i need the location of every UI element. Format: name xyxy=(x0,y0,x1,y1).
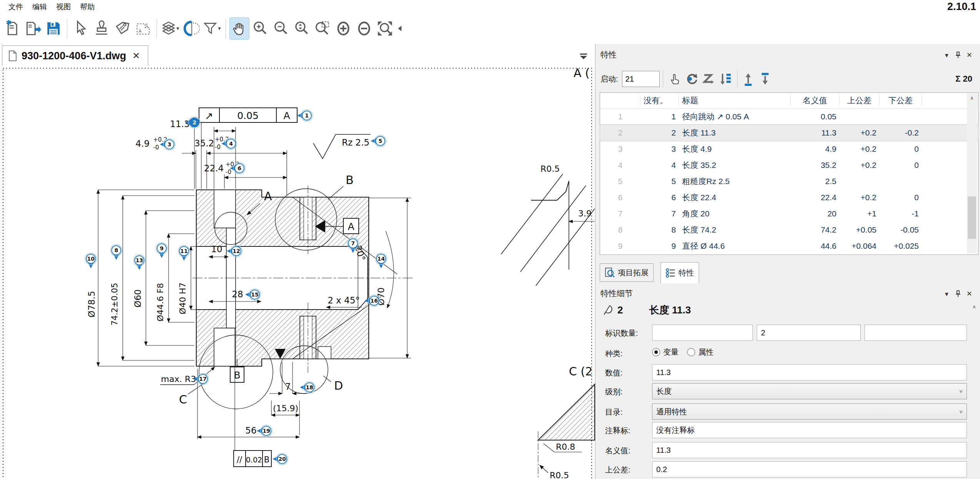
table-row[interactable]: 44长度 35.235.2+0.20 xyxy=(600,157,978,173)
svg-text:A: A xyxy=(264,189,272,203)
layers-button[interactable]: ▼ xyxy=(161,18,180,39)
table-scrollbar[interactable]: ∧ ∨ xyxy=(967,93,977,253)
balloon-8[interactable]: 8 xyxy=(110,245,122,260)
z-order-button[interactable] xyxy=(700,70,717,87)
label-level: 级别: xyxy=(605,387,623,397)
label-id-qty: 标识数量: xyxy=(605,328,638,338)
renumber-button[interactable] xyxy=(683,70,700,87)
filter-button[interactable]: ▼ xyxy=(202,18,222,39)
balloon-11[interactable]: 11 xyxy=(178,245,190,261)
tab-close-icon[interactable]: ✕ xyxy=(131,50,142,61)
version-label: 2.10.1 xyxy=(947,1,976,13)
details-scrollbar[interactable]: ∧ xyxy=(969,302,979,479)
panel-close-icon[interactable]: ✕ xyxy=(967,290,972,298)
panel-menu-icon[interactable]: ▼ xyxy=(944,52,950,59)
balloon-18[interactable]: 18 xyxy=(300,382,315,393)
svg-text:Rz 2.5: Rz 2.5 xyxy=(342,137,370,147)
balloon-14[interactable]: 14 xyxy=(375,253,387,268)
id-qty-input-2[interactable] xyxy=(757,325,861,341)
pin-icon[interactable] xyxy=(955,290,961,298)
tab-project-extension[interactable]: 项目拓展 xyxy=(600,263,654,282)
balloon-19[interactable]: 19 xyxy=(257,425,272,437)
pin-icon[interactable] xyxy=(955,51,961,59)
start-label: 启动: xyxy=(600,74,618,84)
svg-text:9: 9 xyxy=(160,245,164,251)
table-row[interactable]: 99直径 Ø 44.644.6+0.064+0.025 xyxy=(600,238,978,254)
technical-drawing: ↗ 0.05 A 11.3 4.9 +0.2 -0 35.2 +0.2 -0 2… xyxy=(0,66,595,479)
zoom-dynamic-button[interactable] xyxy=(292,18,311,39)
detail-view-c: C (2 R0.8 R0.5 xyxy=(538,365,595,479)
upper-tolerance-input[interactable] xyxy=(652,461,967,477)
menu-view[interactable]: 视图 xyxy=(52,0,75,13)
table-row[interactable]: 88长度 74.274.2+0.05-0.05 xyxy=(600,222,978,238)
menu-help[interactable]: 帮助 xyxy=(75,0,99,13)
tab-characteristics[interactable]: 特性 xyxy=(661,262,699,283)
start-input[interactable] xyxy=(622,71,660,87)
note-input[interactable] xyxy=(652,422,967,438)
panel-menu-icon[interactable]: ▼ xyxy=(944,291,950,297)
pick-button[interactable] xyxy=(666,70,683,87)
balloon-13[interactable]: 13 xyxy=(134,255,145,270)
move-bottom-button[interactable] xyxy=(758,70,774,87)
properties-panel-title: 特性 xyxy=(600,49,617,60)
svg-text:0.02: 0.02 xyxy=(246,456,262,464)
level-dropdown[interactable]: 长度˅ xyxy=(652,383,967,399)
menu-file[interactable]: 文件 xyxy=(4,0,28,13)
balloon-1[interactable]: 1 xyxy=(297,110,313,121)
zoom-in-button[interactable] xyxy=(251,18,270,39)
table-row[interactable]: 33长度 4.94.9+0.20 xyxy=(600,141,978,157)
scroll-up-icon[interactable]: ∧ xyxy=(967,93,977,102)
save-button[interactable] xyxy=(44,18,63,39)
zoom-out-button[interactable] xyxy=(271,18,291,39)
catalog-dropdown[interactable]: 通用特性˅ xyxy=(652,404,967,420)
svg-text:Ø60: Ø60 xyxy=(133,289,143,307)
collapse-toolbar-button[interactable] xyxy=(396,18,404,39)
table-row[interactable]: 55粗糙度Rz 2.52.5 xyxy=(600,173,978,189)
reorder-list-button[interactable] xyxy=(717,70,734,87)
total-count: Σ 20 xyxy=(955,74,972,84)
mirror-button[interactable] xyxy=(182,18,201,39)
table-row[interactable]: 22长度 11.311.3+0.2-0.2 xyxy=(600,125,978,141)
col-upper: 上公差 xyxy=(840,95,880,106)
balloon-9[interactable]: 9 xyxy=(156,243,167,258)
id-qty-input-1[interactable] xyxy=(652,325,753,341)
svg-text:35.2: 35.2 xyxy=(194,138,214,148)
svg-text:7: 7 xyxy=(351,240,355,246)
table-row[interactable]: 66长度 22.422.4+0.20 xyxy=(600,189,978,206)
zoom-fit-icon xyxy=(376,20,393,37)
z-order-icon xyxy=(702,72,716,86)
move-top-button[interactable] xyxy=(741,70,758,87)
svg-text:16: 16 xyxy=(370,298,378,304)
balloon-5[interactable]: 5 xyxy=(371,135,386,147)
zoom-fit-button[interactable] xyxy=(375,18,395,39)
table-row[interactable]: 77角度 2020+1-1 xyxy=(600,206,978,222)
radio-attribute[interactable] xyxy=(687,348,695,356)
panel-close-icon[interactable]: ✕ xyxy=(967,51,972,59)
details-header: 2 长度 11.3 xyxy=(602,303,691,317)
svg-text:B: B xyxy=(346,173,354,187)
tag-button[interactable] xyxy=(113,18,132,39)
increase-button[interactable] xyxy=(334,18,353,39)
document-tab[interactable]: 930-1200-406-V1.dwg ✕ xyxy=(2,45,148,66)
zoom-window-icon xyxy=(314,20,331,37)
radio-variable[interactable] xyxy=(652,348,660,356)
partial-view-button[interactable]: 1 A xyxy=(134,18,153,39)
scroll-up-icon[interactable]: ∧ xyxy=(969,302,979,311)
decrease-button[interactable] xyxy=(355,18,374,39)
nominal-input[interactable] xyxy=(652,442,967,458)
balloon-20[interactable]: 20 xyxy=(273,453,288,465)
zoom-window-button[interactable] xyxy=(313,18,332,39)
canvas-collapse-button[interactable] xyxy=(577,51,590,62)
open-document-button[interactable] xyxy=(23,18,42,39)
id-qty-input-3[interactable] xyxy=(865,325,967,341)
select-cursor-button[interactable] xyxy=(71,18,90,39)
value-input[interactable] xyxy=(652,364,967,380)
stamp-button[interactable] xyxy=(92,18,111,39)
balloon-10[interactable]: 10 xyxy=(85,253,97,268)
menu-edit[interactable]: 编辑 xyxy=(28,0,52,13)
chevron-down-icon: ˅ xyxy=(959,409,963,415)
pan-button[interactable] xyxy=(230,18,249,39)
new-document-button[interactable]: ✱ xyxy=(2,18,22,39)
table-row[interactable]: 11径向跳动 ↗ 0.05 A0.05 xyxy=(600,109,978,125)
drawing-canvas[interactable]: ↗ 0.05 A 11.3 4.9 +0.2 -0 35.2 +0.2 -0 2… xyxy=(0,66,595,479)
